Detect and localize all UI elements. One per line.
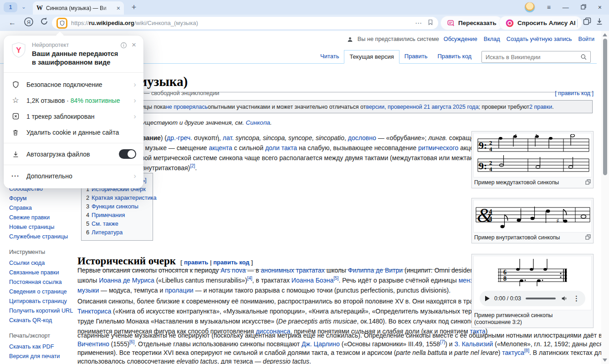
toc-item[interactable]: 3Функции синкопы [86, 203, 148, 210]
svg-text:♯: ♯ [556, 217, 559, 224]
popup-close-icon[interactable]: × [132, 42, 136, 67]
section-edit-links[interactable]: [ править | править код ] [180, 259, 253, 266]
personal-link[interactable]: Создать учётную запись [507, 36, 572, 42]
divider [577, 19, 578, 27]
toc-item[interactable]: 4Примечания [86, 212, 148, 218]
download-icon [11, 150, 20, 159]
sidebar-link[interactable]: Новые страницы [9, 223, 77, 231]
play-icon[interactable] [485, 296, 490, 301]
login-status: Вы не представились системе [358, 36, 439, 42]
trash-icon [11, 128, 20, 137]
edit-source-link[interactable]: [ править код ] [555, 90, 594, 96]
personal-link[interactable]: Войти [578, 36, 594, 42]
secure-connection-row[interactable]: Безопасное подключение › [4, 76, 143, 92]
search-input[interactable] [482, 54, 580, 61]
tab-edit-source[interactable]: Править код [432, 50, 476, 64]
toc-item[interactable]: 6Литература [86, 229, 148, 236]
info-icon[interactable] [120, 42, 127, 49]
sidebar-link[interactable]: Скачать как PDF [9, 343, 77, 350]
more-icon[interactable]: ⋯ [415, 19, 422, 27]
audio-time: 0:00 / 0:03 [494, 295, 521, 302]
close-window-icon[interactable]: × [598, 4, 602, 11]
wiki-search[interactable] [481, 51, 591, 63]
sidebar-link[interactable]: Скачать QR-код [9, 317, 77, 324]
svg-text:4: 4 [489, 208, 492, 215]
autodownload-toggle[interactable] [119, 149, 136, 159]
sidebar: Как править статьиСообществоФорумСправка… [9, 176, 77, 364]
refresh-icon[interactable] [38, 17, 50, 29]
delete-cookies-row[interactable]: Удалить cookie и данные сайта [4, 124, 143, 140]
volume-icon[interactable] [560, 295, 568, 302]
tab-edit[interactable]: Править [399, 50, 433, 64]
sidebar-link[interactable]: Свежие правки [9, 214, 77, 221]
retell-button[interactable]: Пересказать [441, 16, 502, 30]
back-icon[interactable]: ← [6, 17, 18, 29]
chevron-right-icon: › [133, 96, 136, 105]
tab-counter[interactable]: 1 [4, 2, 17, 12]
sidebar-link[interactable]: Справка [9, 204, 77, 212]
svg-text:6: 6 [503, 269, 507, 276]
alice-avatar[interactable] [524, 2, 535, 13]
kebab-icon[interactable]: ⋮ [573, 294, 580, 303]
figure-caption: Пример внутритактовой синкопы [474, 234, 585, 241]
personal-link[interactable]: Обсуждение [444, 36, 477, 42]
svg-text:9:: 9: [479, 140, 487, 151]
figure-intermeasure-syncopation[interactable]: 9: 9: 2424 Пример междутактовой синкопы [471, 131, 594, 188]
sidebar-link[interactable]: Сведения о странице [9, 288, 77, 295]
shield-icon [11, 80, 20, 89]
positive-percent: 84% позитивные [71, 97, 120, 104]
reviews-row[interactable]: ☆ 1,2К отзывов · 84% позитивные › [4, 92, 143, 108]
bookmark-icon[interactable] [427, 19, 434, 27]
tracker-blocked-row[interactable]: 1 трекер заблокирован › [4, 108, 143, 124]
extensions-icon[interactable] [581, 17, 593, 29]
ask-alice-button[interactable]: Спросить Алису AI [499, 16, 582, 30]
sidebar-link[interactable]: Получить короткий URL [9, 307, 77, 314]
sidebar-header-print: Печать/экспорт [9, 332, 77, 339]
scrollbar[interactable] [601, 31, 609, 364]
personal-bar: Вы не представились системе ОбсуждениеВк… [347, 36, 594, 42]
audio-progress-bar[interactable] [526, 298, 556, 299]
sidebar-link[interactable]: Связанные правки [9, 269, 77, 276]
figure-intrameasure-syncopation[interactable]: & 44 ♯ Пример внутритактовой синкопы [471, 198, 594, 243]
tab-title: Синкопа (музыка) — Ви [46, 5, 115, 11]
downloads-icon[interactable] [594, 17, 605, 29]
personal-link[interactable]: Вклад [484, 36, 500, 42]
sidebar-link[interactable]: Служебные страницы [9, 233, 77, 240]
protect-shield-icon[interactable] [56, 18, 67, 29]
autodownload-row[interactable]: Автозагрузка файлов [4, 146, 143, 162]
sidebar-link[interactable]: Цитировать страницу [9, 298, 77, 305]
scroll-down-arrow[interactable] [603, 359, 607, 362]
svg-text:Я: Я [27, 20, 31, 25]
toc-item[interactable]: 5См. также [86, 221, 148, 227]
restore-icon[interactable] [581, 4, 586, 11]
tab-close-icon[interactable]: × [117, 5, 120, 12]
url-text[interactable]: https://ru.wikipedia.org/wiki/Синкопа_(м… [71, 20, 198, 26]
sidebar-link[interactable]: Форум [9, 195, 77, 202]
menu-icon[interactable]: ≡ [547, 4, 551, 11]
expand-icon[interactable] [585, 234, 591, 240]
figure-rhythmic-syncopation[interactable]: 68 0:00 / 0:03 ⋮ Пример ритмической синк… [471, 254, 594, 328]
address-bar[interactable]: https://ru.wikipedia.org/wiki/Синкопа_(м… [52, 17, 438, 29]
tab-read[interactable]: Читать [315, 50, 344, 64]
more-options-row[interactable]: ··· Дополнительно › [4, 168, 143, 184]
scrollbar-thumb[interactable] [603, 39, 607, 175]
toc-item[interactable]: 2Краткая характеристика [86, 195, 148, 201]
minimize-icon[interactable]: — [563, 4, 569, 11]
yandex-icon[interactable]: Я [23, 17, 35, 29]
music-notation-image: 9: 9: 2424 [473, 133, 592, 177]
svg-text:2: 2 [489, 159, 492, 166]
chevron-down-icon[interactable]: ⌄ [18, 2, 29, 12]
expand-icon[interactable] [585, 179, 591, 185]
scroll-up-arrow[interactable] [603, 33, 607, 36]
star-icon: ☆ [11, 96, 20, 105]
tab-current-version[interactable]: Текущая версия [344, 50, 399, 64]
sidebar-link[interactable]: Постоянная ссылка [9, 278, 77, 286]
new-tab-button[interactable]: + [128, 2, 139, 13]
sidebar-link[interactable]: Версия для печати [9, 353, 77, 360]
sidebar-link[interactable]: Ссылки сюда [9, 259, 77, 267]
svg-text:2: 2 [489, 139, 492, 146]
svg-text:Y: Y [16, 46, 21, 55]
active-tab[interactable]: W Синкопа (музыка) — Ви × [33, 1, 124, 15]
audio-player[interactable]: 0:00 / 0:03 ⋮ [480, 291, 585, 306]
search-icon[interactable] [580, 54, 587, 61]
